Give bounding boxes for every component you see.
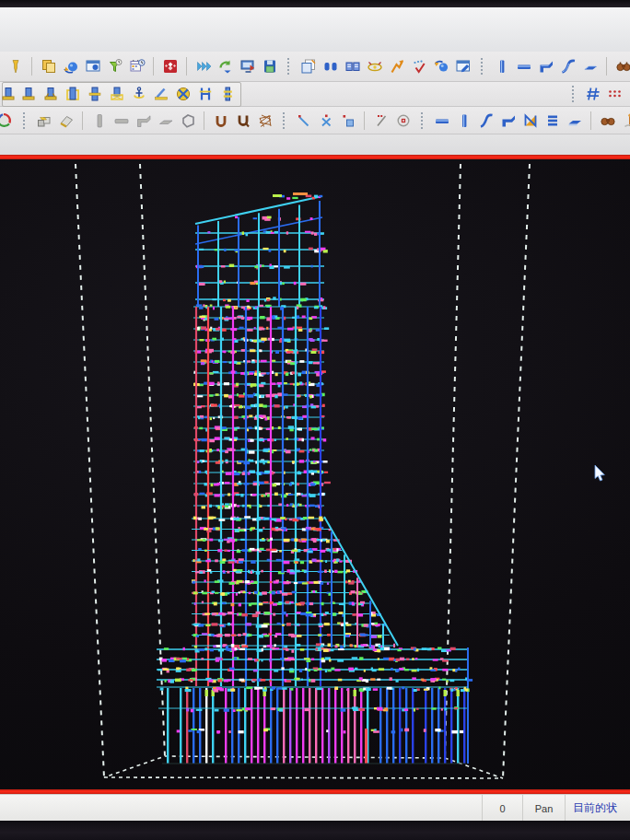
- line-point-icon[interactable]: [293, 110, 314, 131]
- diagonal-plate-icon[interactable]: [150, 84, 171, 105]
- toolbar-separator: [204, 111, 204, 130]
- status-message: 目前的状: [566, 795, 630, 822]
- toolbar-group: [35, 56, 150, 77]
- check-dots-icon[interactable]: [408, 56, 429, 77]
- new-window-icon[interactable]: [298, 56, 319, 77]
- toolbar-group: [86, 110, 201, 131]
- column-icon[interactable]: [491, 56, 512, 77]
- ellipse-axes-icon[interactable]: [364, 56, 385, 77]
- pushpin-icon[interactable]: [5, 56, 26, 77]
- red-dots-icon[interactable]: [604, 84, 625, 105]
- slash-dots-icon[interactable]: [370, 110, 391, 131]
- edit-window-icon[interactable]: [452, 56, 473, 77]
- copy-model-icon[interactable]: [38, 56, 59, 77]
- column-bracket-icon[interactable]: [40, 84, 61, 105]
- toolbar-group: [18, 110, 79, 131]
- calendar-clock-icon[interactable]: [126, 56, 147, 77]
- filter-clock-icon[interactable]: [104, 56, 125, 77]
- toolbar-separator: [82, 111, 83, 130]
- layers-icon[interactable]: [542, 110, 563, 131]
- toolbar-group: [2, 110, 18, 131]
- runner-icon[interactable]: [582, 84, 603, 105]
- mesh-icon[interactable]: [254, 110, 275, 131]
- h-connection-icon[interactable]: [194, 84, 216, 105]
- toolbar-group: [476, 56, 603, 77]
- toolbar-row-3: [0, 107, 630, 134]
- column-blue-icon[interactable]: [453, 110, 474, 131]
- toolbar-group: [594, 110, 630, 131]
- toolbar-drag-handle[interactable]: [481, 58, 486, 75]
- curve-ramp-icon[interactable]: [557, 56, 578, 77]
- toolbar-group: [610, 56, 630, 77]
- anchor-icon[interactable]: [128, 84, 149, 105]
- toolbar-separator: [364, 111, 365, 130]
- toolbar-group: [283, 56, 476, 77]
- target-circle-icon[interactable]: [392, 110, 414, 131]
- column-frame-icon[interactable]: [106, 84, 127, 105]
- beam-icon[interactable]: [513, 56, 534, 77]
- mouse-cursor: [595, 465, 604, 481]
- toolbar-group: [368, 110, 416, 131]
- column-plate-icon[interactable]: [84, 84, 105, 105]
- u-channel-icon[interactable]: [210, 110, 231, 131]
- cross-point-icon[interactable]: [315, 110, 336, 131]
- splice-icon[interactable]: [216, 84, 238, 105]
- rotate-sphere-icon[interactable]: [60, 56, 81, 77]
- toolbar-group: [416, 110, 588, 131]
- bend-arrow-icon[interactable]: [386, 56, 407, 77]
- toolbar-drag-handle[interactable]: [421, 112, 426, 129]
- model-viewport[interactable]: [0, 159, 630, 789]
- flag-blue-icon[interactable]: [497, 110, 519, 131]
- brace-flag-icon[interactable]: [535, 56, 556, 77]
- eraser-icon[interactable]: [55, 110, 76, 131]
- color-swirl-icon[interactable]: [0, 110, 16, 131]
- column-box-icon[interactable]: [62, 84, 83, 105]
- material-pattern-icon[interactable]: [159, 56, 181, 77]
- blocks-3d-icon[interactable]: [33, 110, 54, 131]
- binoculars2-icon[interactable]: [597, 110, 618, 131]
- column-gray-icon[interactable]: [88, 110, 110, 131]
- beam-blue-icon[interactable]: [431, 110, 452, 131]
- undo-sphere-icon[interactable]: [430, 56, 451, 77]
- flat-slab-icon[interactable]: [564, 110, 585, 131]
- status-mode[interactable]: Pan: [523, 795, 566, 822]
- toolbar-row-2: [0, 82, 630, 107]
- column-base-icon[interactable]: [18, 84, 39, 105]
- window-preview-icon[interactable]: [82, 56, 103, 77]
- brace-gray-icon[interactable]: [133, 110, 154, 131]
- toolbar-drag-handle[interactable]: [283, 112, 288, 129]
- toolbar-group: [278, 110, 361, 131]
- double-window-icon[interactable]: [342, 56, 363, 77]
- arc-icon[interactable]: [475, 110, 496, 131]
- n-brace-icon[interactable]: [519, 110, 541, 131]
- slab-gray-icon[interactable]: [155, 110, 176, 131]
- toolbar-group: [2, 82, 241, 107]
- column-base-edge-icon[interactable]: [0, 84, 17, 105]
- toolbar-group: [2, 56, 29, 77]
- import-screen-icon[interactable]: [237, 56, 258, 77]
- beam-gray-icon[interactable]: [111, 110, 132, 131]
- monitor-bezel-bottom: [0, 821, 630, 840]
- toolbar-drag-handle[interactable]: [572, 86, 578, 102]
- save-icon[interactable]: [259, 56, 280, 77]
- dual-pane-icon[interactable]: [320, 56, 341, 77]
- toolbar-separator: [31, 57, 32, 76]
- monitor-bezel-top: [0, 0, 630, 7]
- toolbar-drag-handle[interactable]: [23, 112, 29, 129]
- square-point-icon[interactable]: [337, 110, 358, 131]
- slab-icon[interactable]: [579, 56, 601, 77]
- refresh-export-icon[interactable]: [215, 56, 236, 77]
- hand-u-icon[interactable]: [232, 110, 253, 131]
- toolbar-drag-handle[interactable]: [287, 58, 293, 75]
- fast-forward-icon[interactable]: [192, 56, 214, 77]
- gap-band: [0, 134, 630, 155]
- toolbar-group: [157, 56, 183, 77]
- bounding-box-dashed: [76, 164, 530, 778]
- polygon-gray-icon[interactable]: [177, 110, 198, 131]
- status-bar: 0 Pan 目前的状: [0, 794, 630, 822]
- building-wireframe-model: [157, 192, 472, 764]
- axe2-icon[interactable]: [619, 110, 630, 131]
- brace-cross-icon[interactable]: [172, 84, 193, 105]
- binoculars-icon[interactable]: [612, 56, 630, 77]
- toolbar-separator: [186, 57, 187, 76]
